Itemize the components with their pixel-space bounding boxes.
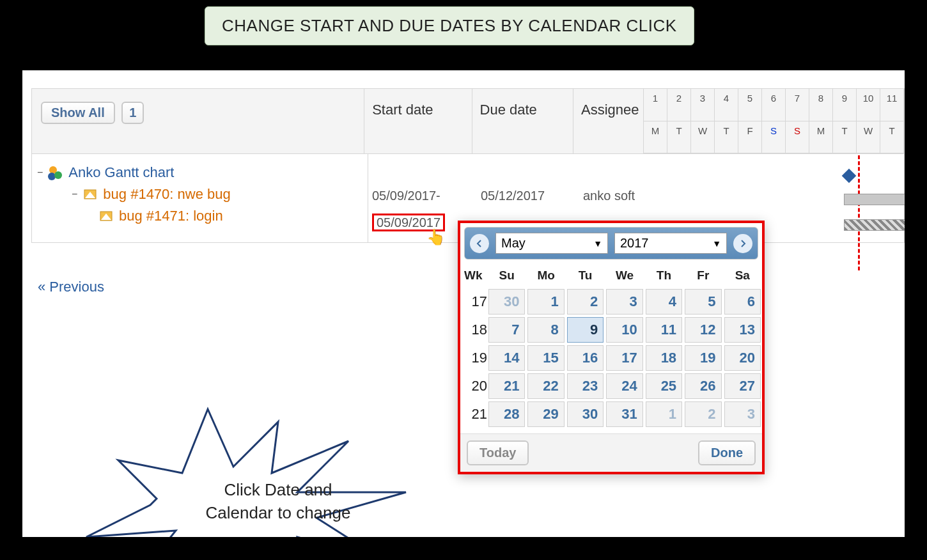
calendar-day[interactable]: 31 [606,401,643,427]
calendar-day[interactable]: 28 [488,401,525,427]
gantt-frame: Show All 1 Start date Due date Assignee … [31,88,905,243]
calendar-day[interactable]: 7 [488,317,525,343]
cursor-hand-icon: 👆 [426,228,446,246]
callout-line1: Click Date and [224,480,332,499]
calendar-day-number: 3 [691,89,715,121]
week-number: 17 [460,288,487,316]
calendar-day[interactable]: 2 [567,289,604,315]
previous-link[interactable]: « Previous [38,279,104,295]
calendar-day[interactable]: 30 [567,401,604,427]
project-name[interactable]: Anko Gantt chart [68,164,174,181]
collapse-icon[interactable]: − [72,189,77,200]
calendar-day[interactable]: 3 [724,401,761,427]
weekday-header: Tu [566,263,605,288]
datepicker-footer: Today Done [460,433,762,472]
calendar-day-number: 11 [880,89,904,121]
month-select[interactable]: May ▼ [495,233,608,254]
calendar-weekday: T [833,121,857,154]
calendar-day[interactable]: 4 [646,289,682,315]
weekday-header: Sa [723,263,762,288]
calendar-day-number: 9 [833,89,857,121]
calendar-day[interactable]: 14 [488,345,525,371]
calendar-day[interactable]: 10 [606,317,643,343]
calendar-day[interactable]: 15 [527,345,564,371]
year-select[interactable]: 2017 ▼ [614,233,727,254]
calendar-day[interactable]: 19 [685,345,721,371]
task-name[interactable]: bug #1471: login [119,208,223,224]
gantt-bar-task1[interactable] [844,194,905,205]
task-row-1[interactable]: − bug #1470: nwe bug [72,186,362,203]
calendar-weekday: F [738,121,762,154]
calendar-day[interactable]: 6 [724,289,761,315]
calendar-weekday: T [667,121,691,154]
calendar-day-number: 6 [762,89,786,121]
calendar-day[interactable]: 25 [646,373,682,399]
calendar-weekday: T [880,121,904,154]
calendar-day[interactable]: 24 [606,373,643,399]
calendar-day[interactable]: 22 [527,373,564,399]
calendar-day[interactable]: 20 [724,345,761,371]
done-button[interactable]: Done [698,440,756,465]
weekday-header: Fr [683,263,722,288]
calendar-day-number: 2 [667,89,691,121]
dropdown-caret-icon: ▼ [712,238,721,249]
week-number: 18 [460,316,487,344]
assignee-cell[interactable]: anko soft [579,189,650,203]
milestone-diamond-icon [842,169,857,183]
calendar-day[interactable]: 23 [567,373,604,399]
calendar-day-selected[interactable]: 9 [567,317,604,343]
column-header-start-date: Start date [364,89,472,153]
callout-line2: Calendar to change [206,503,351,522]
project-row[interactable]: − Anko Gantt chart [37,164,362,181]
calendar-day[interactable]: 13 [724,317,761,343]
calendar-day[interactable]: 1 [646,401,682,427]
calendar-day[interactable]: 30 [488,289,525,315]
prev-month-button[interactable] [470,234,489,253]
calendar-day[interactable]: 29 [527,401,564,427]
calendar-day[interactable]: 11 [646,317,682,343]
calendar-day[interactable]: 5 [685,289,721,315]
calendar-day[interactable]: 2 [685,401,721,427]
week-header: Wk [460,263,487,288]
calendar-day[interactable]: 8 [527,317,564,343]
week-number: 20 [460,372,487,400]
calendar-day-number: 4 [715,89,738,121]
start-date-cell[interactable]: 05/09/2017- [368,189,477,203]
today-line [858,155,860,270]
year-select-value: 2017 [620,236,649,251]
calendar-day-number: 8 [809,89,833,121]
tree-column: − Anko Gantt chart − bug #1470: nwe bug … [32,154,368,242]
calendar-day[interactable]: 27 [724,373,761,399]
calendar-day[interactable]: 16 [567,345,604,371]
annotation-banner: CHANGE START AND DUE DATES BY CALENDAR C… [205,6,694,45]
calendar-day-number: 5 [738,89,762,121]
calendar-day-number: 10 [857,89,880,121]
calendar-day[interactable]: 26 [685,373,721,399]
gantt-bar-task2[interactable] [844,219,905,231]
calendar-weekday: M [809,121,833,154]
page-indicator[interactable]: 1 [121,102,144,124]
next-month-button[interactable] [733,234,752,253]
task-name[interactable]: bug #1470: nwe bug [103,186,230,203]
month-select-value: May [501,236,526,251]
datepicker-header: May ▼ 2017 ▼ [464,227,758,260]
gantt-header: Show All 1 Start date Due date Assignee … [32,89,904,154]
calendar-header: 1234567891011 MTWTFSSMTWT [644,89,904,153]
collapse-icon[interactable]: − [37,167,43,178]
start-date-value: 05/09/2017 [377,215,440,229]
calendar-day[interactable]: 1 [527,289,564,315]
calendar-day-number: 7 [786,89,809,121]
datepicker-popup: May ▼ 2017 ▼ WkSuMoTuWeThFrSa 1730123456… [458,221,765,474]
project-icon [48,165,63,180]
calendar-day[interactable]: 21 [488,373,525,399]
today-button[interactable]: Today [467,440,529,465]
task-row-2[interactable]: bug #1471: login [98,208,362,224]
callout-text: Click Date and Calendar to change [189,478,368,525]
calendar-weekday: T [715,121,738,154]
due-date-cell[interactable]: 05/12/2017 [477,189,579,203]
calendar-day[interactable]: 12 [685,317,721,343]
calendar-day[interactable]: 18 [646,345,682,371]
calendar-day[interactable]: 17 [606,345,643,371]
calendar-day[interactable]: 3 [606,289,643,315]
show-all-button[interactable]: Show All [41,102,115,124]
